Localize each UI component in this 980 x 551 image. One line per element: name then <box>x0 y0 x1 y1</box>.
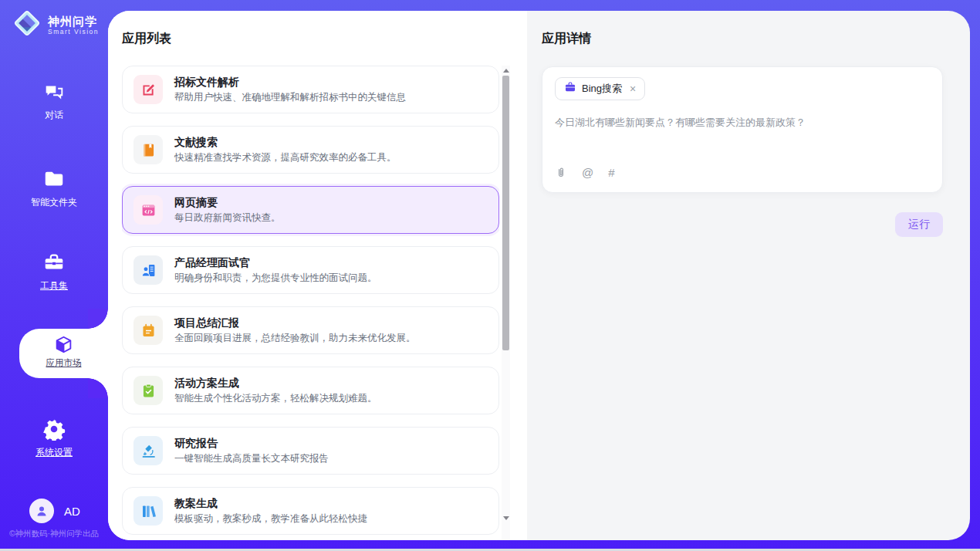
copyright-text: ©神州数码·神州问学出品 <box>0 529 108 539</box>
app-description: 快速精准查找学术资源，提高研究效率的必备工具。 <box>174 151 397 164</box>
composer-toolbar: @# <box>555 166 930 182</box>
pen-icon <box>133 75 163 104</box>
app-list-panel: 应用列表 招标文件解析 帮助用户快速、准确地理解和解析招标书中的关键信息 文献搜… <box>108 11 527 540</box>
scroll-up-arrow-icon[interactable] <box>502 67 509 74</box>
tool-tag-bing-search[interactable]: Bing搜索 × <box>555 77 645 100</box>
prompt-card: Bing搜索 × 今日湖北有哪些新闻要点？有哪些需要关注的最新政策？ @# <box>542 66 943 193</box>
app-card-1[interactable]: 文献搜索 快速精准查找学术资源，提高研究效率的必备工具。 <box>122 126 499 174</box>
briefcase-icon <box>564 81 576 96</box>
clipboard-icon <box>133 376 163 405</box>
app-title: 研究报告 <box>174 437 329 449</box>
toolbox-icon <box>0 250 108 275</box>
app-title: 活动方案生成 <box>174 377 377 389</box>
app-detail-title: 应用详情 <box>542 31 943 47</box>
sidebar-item-label: 智能文件夹 <box>0 196 108 209</box>
attach-icon[interactable] <box>555 167 567 179</box>
scrollbar[interactable] <box>502 66 510 540</box>
research-icon <box>133 436 163 465</box>
scrollbar-thumb[interactable] <box>502 76 509 350</box>
app-detail-panel: 应用详情 Bing搜索 × 今日湖北有哪些新闻要点？有哪些需要关注的最新政策？ … <box>527 11 970 540</box>
chat-icon <box>0 79 108 104</box>
user-initials: AD <box>64 505 80 518</box>
interviewer-icon <box>133 255 163 285</box>
app-card-4[interactable]: 项目总结汇报 全面回顾项目进展，总结经验教训，助力未来优化发展。 <box>122 306 499 354</box>
user-profile[interactable]: AD <box>29 499 80 523</box>
hash-icon[interactable]: # <box>608 166 614 179</box>
mention-icon[interactable]: @ <box>582 166 593 179</box>
person-icon <box>35 504 49 518</box>
app-description: 全面回顾项目进展，总结经验教训，助力未来优化发展。 <box>174 332 416 345</box>
sidebar-item-label: 工具集 <box>0 279 108 292</box>
avatar <box>29 499 54 523</box>
tool-tag-label: Bing搜索 <box>582 82 622 96</box>
gear-icon <box>0 417 108 441</box>
diamond-logo-icon <box>12 8 42 41</box>
app-title: 文献搜索 <box>174 136 397 148</box>
app-title: 产品经理面试官 <box>174 256 377 269</box>
app-title: 教案生成 <box>174 497 367 509</box>
app-description: 每日政府新闻资讯快查。 <box>174 211 281 225</box>
app-card-2[interactable]: 网页摘要 每日政府新闻资讯快查。 <box>122 186 499 234</box>
sidebar-item-label: 应用市场 <box>19 357 108 369</box>
app-list: 招标文件解析 帮助用户快速、准确地理解和解析招标书中的关键信息 文献搜索 快速精… <box>122 66 499 540</box>
query-text[interactable]: 今日湖北有哪些新闻要点？有哪些需要关注的最新政策？ <box>555 116 930 130</box>
sidebar-item-3[interactable]: 应用市场 <box>19 329 108 378</box>
scroll-down-arrow-icon[interactable] <box>502 515 509 522</box>
brand-name: 神州问学 <box>48 15 99 28</box>
browser-icon <box>133 195 163 225</box>
folder-icon <box>0 167 108 191</box>
app-description: 智能生成个性化活动方案，轻松解决规划难题。 <box>174 392 377 405</box>
app-description: 模板驱动，教案秒成，教学准备从此轻松快捷 <box>174 512 367 526</box>
brand-logo: 神州问学 Smart Vision <box>12 8 99 41</box>
sidebar-item-4[interactable]: 系统设置 <box>0 417 108 459</box>
app-card-6[interactable]: 研究报告 一键智能生成高质量长文本研究报告 <box>122 427 499 475</box>
sidebar-item-2[interactable]: 工具集 <box>0 250 108 292</box>
run-row: 运行 <box>542 212 943 237</box>
books-icon <box>133 496 163 526</box>
sidebar-item-1[interactable]: 智能文件夹 <box>0 167 108 209</box>
book-icon <box>133 135 163 164</box>
sidebar-item-label: 对话 <box>0 109 108 122</box>
app-card-3[interactable]: 产品经理面试官 明确身份和职责，为您提供专业性的面试问题。 <box>122 246 499 294</box>
app-description: 一键智能生成高质量长文本研究报告 <box>174 452 329 465</box>
app-title: 网页摘要 <box>174 196 281 208</box>
app-title: 招标文件解析 <box>174 76 406 88</box>
app-card-7[interactable]: 教案生成 模板驱动，教案秒成，教学准备从此轻松快捷 <box>122 487 499 535</box>
main-content: 应用列表 招标文件解析 帮助用户快速、准确地理解和解析招标书中的关键信息 文献搜… <box>108 11 970 540</box>
app-card-0[interactable]: 招标文件解析 帮助用户快速、准确地理解和解析招标书中的关键信息 <box>122 66 499 113</box>
app-title: 项目总结汇报 <box>174 316 416 329</box>
report-icon <box>133 316 163 345</box>
app-description: 帮助用户快速、准确地理解和解析招标书中的关键信息 <box>174 91 406 104</box>
brand-subtitle: Smart Vision <box>48 28 99 35</box>
sidebar: 神州问学 Smart Vision 对话 智能文件夹 工具集 应用市场 系统设置… <box>0 0 108 549</box>
cube-icon <box>19 333 108 356</box>
close-icon[interactable]: × <box>630 83 636 94</box>
sidebar-item-0[interactable]: 对话 <box>0 79 108 122</box>
sidebar-item-label: 系统设置 <box>0 446 108 459</box>
app-card-5[interactable]: 活动方案生成 智能生成个性化活动方案，轻松解决规划难题。 <box>122 367 499 414</box>
app-list-title: 应用列表 <box>122 31 527 47</box>
run-button[interactable]: 运行 <box>895 212 943 237</box>
app-description: 明确身份和职责，为您提供专业性的面试问题。 <box>174 272 377 285</box>
